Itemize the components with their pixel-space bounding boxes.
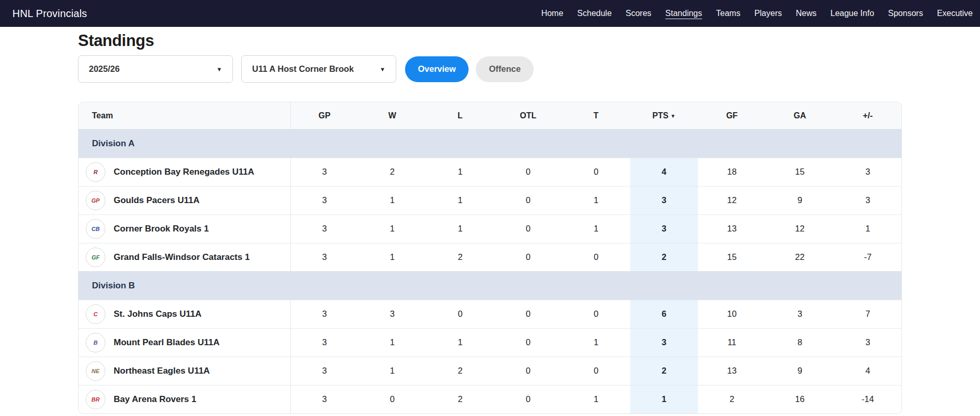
stat-w: 2 — [359, 158, 427, 186]
stat-pts: 1 — [630, 385, 698, 413]
team-name: Corner Brook Royals 1 — [114, 224, 209, 234]
stat-pts: 3 — [630, 328, 698, 357]
stat-ga: 22 — [766, 243, 834, 271]
group-select[interactable]: U11 A Host Corner Brook ▼ — [241, 55, 396, 83]
stat-otl: 0 — [494, 214, 563, 243]
stat-gf: 13 — [698, 214, 766, 243]
stat-gf: 10 — [698, 300, 766, 328]
column-header-ga[interactable]: GA — [766, 102, 834, 129]
table-row[interactable]: BR Bay Arena Rovers 1 3 0 2 0 1 1 2 16 -… — [79, 385, 902, 413]
column-header-w[interactable]: W — [359, 102, 427, 129]
team-name: St. Johns Caps U11A — [114, 309, 201, 319]
division-row: Division A — [79, 129, 902, 158]
stat-plusminus: -14 — [834, 385, 902, 413]
table-header-row: Team GP W L OTL T PTS▼ GF GA +/- — [79, 102, 902, 129]
nav-item-scores[interactable]: Scores — [626, 9, 651, 18]
stat-ga: 9 — [766, 186, 834, 214]
nav-item-news[interactable]: News — [796, 9, 816, 18]
table-row[interactable]: R Conception Bay Renegades U11A 3 2 1 0 … — [79, 158, 902, 186]
stat-gp: 3 — [290, 328, 359, 357]
stat-ga: 3 — [766, 300, 834, 328]
team-logo-icon: C — [86, 304, 105, 324]
nav-item-home[interactable]: Home — [541, 9, 564, 18]
column-header-team[interactable]: Team — [79, 102, 290, 129]
stat-w: 1 — [359, 328, 427, 357]
stat-gf: 12 — [698, 186, 766, 214]
nav-item-executive[interactable]: Executive — [937, 9, 973, 18]
table-row[interactable]: C St. Johns Caps U11A 3 3 0 0 0 6 10 3 7 — [79, 300, 902, 328]
team-logo-initials: B — [94, 340, 98, 346]
team-logo-icon: B — [86, 333, 105, 352]
stat-pts: 4 — [630, 158, 698, 186]
table-row[interactable]: B Mount Pearl Blades U11A 3 1 1 0 1 3 11… — [79, 328, 902, 357]
stat-w: 1 — [359, 186, 427, 214]
stat-l: 0 — [426, 300, 494, 328]
stat-gp: 3 — [290, 300, 359, 328]
stat-l: 2 — [426, 385, 494, 413]
table-row[interactable]: NE Northeast Eagles U11A 3 1 2 0 0 2 13 … — [79, 357, 902, 385]
stat-gp: 3 — [290, 243, 359, 271]
table-row[interactable]: GP Goulds Pacers U11A 3 1 1 0 1 3 12 9 3 — [79, 186, 902, 214]
team-logo-initials: GF — [91, 254, 99, 260]
stat-ga: 15 — [766, 158, 834, 186]
stat-t: 1 — [562, 214, 630, 243]
stat-gf: 18 — [698, 158, 766, 186]
nav-item-teams[interactable]: Teams — [716, 9, 740, 18]
stat-w: 1 — [359, 243, 427, 271]
nav-item-standings[interactable]: Standings — [665, 9, 702, 18]
stat-t: 0 — [562, 243, 630, 271]
season-select[interactable]: 2025/26 ▼ — [78, 55, 233, 83]
stat-otl: 0 — [494, 300, 563, 328]
nav-item-players[interactable]: Players — [754, 9, 782, 18]
column-header-pts[interactable]: PTS▼ — [630, 102, 698, 129]
team-logo-initials: NE — [91, 368, 99, 374]
team-logo-icon: R — [86, 162, 105, 182]
stat-pts: 6 — [630, 300, 698, 328]
stat-t: 0 — [562, 158, 630, 186]
column-header-gf[interactable]: GF — [698, 102, 766, 129]
overview-tab-button[interactable]: Overview — [405, 56, 469, 82]
nav-item-schedule[interactable]: Schedule — [577, 9, 612, 18]
stat-ga: 12 — [766, 214, 834, 243]
table-row[interactable]: GF Grand Falls-Windsor Cataracts 1 3 1 2… — [79, 243, 902, 271]
stat-plusminus: 3 — [834, 328, 902, 357]
stat-ga: 16 — [766, 385, 834, 413]
stat-gp: 3 — [290, 357, 359, 385]
stat-t: 1 — [562, 186, 630, 214]
stat-w: 3 — [359, 300, 427, 328]
brand-title[interactable]: HNL Provincials — [12, 8, 87, 20]
season-select-value: 2025/26 — [89, 64, 120, 74]
stat-pts: 3 — [630, 186, 698, 214]
team-logo-initials: CB — [91, 226, 100, 232]
stat-gp: 3 — [290, 158, 359, 186]
column-header-otl[interactable]: OTL — [494, 102, 563, 129]
offence-tab-button[interactable]: Offence — [476, 56, 533, 82]
main-content: Standings 2025/26 ▼ U11 A Host Corner Br… — [78, 31, 902, 414]
column-header-l[interactable]: L — [426, 102, 494, 129]
team-cell: GP Goulds Pacers U11A — [79, 186, 290, 214]
team-name: Bay Arena Rovers 1 — [114, 394, 196, 405]
stat-plusminus: 4 — [834, 357, 902, 385]
nav-item-league-info[interactable]: League Info — [831, 9, 875, 18]
team-logo-icon: GF — [86, 248, 105, 267]
standings-table-wrap: Team GP W L OTL T PTS▼ GF GA +/- Divisio… — [78, 102, 902, 414]
stat-ga: 8 — [766, 328, 834, 357]
column-header-t[interactable]: T — [562, 102, 630, 129]
table-row[interactable]: CB Corner Brook Royals 1 3 1 1 0 1 3 13 … — [79, 214, 902, 243]
stat-l: 1 — [426, 328, 494, 357]
column-header-plusminus[interactable]: +/- — [834, 102, 902, 129]
team-cell: BR Bay Arena Rovers 1 — [79, 385, 290, 413]
stat-w: 1 — [359, 357, 427, 385]
team-logo-icon: GP — [86, 191, 105, 210]
nav-item-sponsors[interactable]: Sponsors — [888, 9, 923, 18]
stat-plusminus: 7 — [834, 300, 902, 328]
stat-l: 1 — [426, 158, 494, 186]
division-row: Division B — [79, 271, 902, 300]
stat-gp: 3 — [290, 214, 359, 243]
column-header-gp[interactable]: GP — [290, 102, 359, 129]
team-cell: B Mount Pearl Blades U11A — [79, 328, 290, 357]
stat-l: 1 — [426, 214, 494, 243]
stat-otl: 0 — [494, 186, 563, 214]
stat-l: 2 — [426, 357, 494, 385]
stat-w: 0 — [359, 385, 427, 413]
